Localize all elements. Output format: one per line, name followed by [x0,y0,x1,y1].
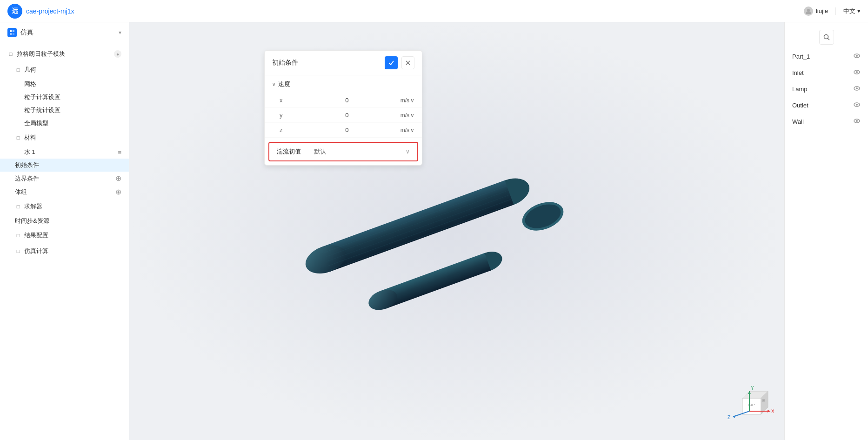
inlet-eye-icon[interactable] [853,68,861,77]
y-label: y [280,112,294,119]
y-unit[interactable]: m/s ∨ [401,112,414,119]
svg-point-44 [856,104,858,106]
z-value[interactable]: 0 [294,127,401,133]
outlet-label: Outlet [792,102,808,109]
app-header: 远 cae-project-mj1x liujie 中文 ▾ [0,0,868,22]
project-name[interactable]: cae-project-mj1x [26,7,74,15]
right-cap [518,197,568,236]
part1-label: Part_1 [792,53,810,60]
svg-marker-27 [768,410,770,413]
x-unit-chevron: ∨ [410,97,414,104]
axis-indicator: TOP 侧 X Y [724,370,775,421]
sidebar-item-solver[interactable]: □ 求解器 [0,199,129,214]
add-boundary-icon[interactable]: ⊕ [115,174,121,183]
y-unit-chevron: ∨ [410,112,414,119]
right-item-outlet[interactable]: Outlet [785,97,868,113]
user-info: liujie [804,7,828,16]
root-label: 拉格朗日粒子模块 [17,50,65,58]
sidebar-item-water1[interactable]: 水 1 ≡ [0,146,129,159]
svg-rect-3 [10,33,12,35]
right-item-inlet[interactable]: Inlet [785,65,868,81]
lamp-eye-icon[interactable] [853,85,861,93]
velocity-section-header[interactable]: ∨ 速度 [265,75,422,93]
panel-actions [385,56,414,69]
panel-close-button[interactable] [401,56,414,69]
sidebar-item-geometry[interactable]: □ 几何 [0,62,129,78]
panel-title: 初始条件 [272,59,298,67]
sidebar-header: 仿真 ▾ [0,22,129,43]
search-button[interactable] [819,30,834,45]
svg-point-46 [856,120,858,122]
x-unit[interactable]: m/s ∨ [401,97,414,104]
svg-point-35 [824,35,828,39]
initial-cond-label: 初始条件 [15,161,39,169]
header-divider [835,7,836,15]
panel-confirm-button[interactable] [385,56,398,69]
sidebar-item-global-model[interactable]: 全局模型 [0,117,129,130]
sidebar-collapse-icon[interactable]: ▾ [119,29,121,36]
field-row-z: z 0 m/s ∨ [265,123,422,138]
sidebar-item-initial-cond[interactable]: 初始条件 [0,159,129,172]
expand-solver-icon: □ [15,203,21,210]
y-value[interactable]: 0 [294,112,401,119]
sidebar-item-timestep[interactable]: 时间步&资源 [0,214,129,227]
result-config-label: 结果配置 [24,231,48,240]
part1-eye-icon[interactable] [853,52,861,61]
sidebar-item-boundary-cond[interactable]: 边界条件 ⊕ [0,172,129,185]
z-label: z [280,127,294,133]
svg-line-12 [325,190,508,257]
outlet-eye-icon[interactable] [853,101,861,110]
wall-eye-icon[interactable] [853,117,861,126]
right-item-part1[interactable]: Part_1 [785,48,868,65]
velocity-collapse-icon: ∨ [272,82,275,87]
header-right: liujie 中文 ▾ [804,7,861,16]
chevron-down-icon: ▾ [857,7,861,14]
sim-calc-label: 仿真计算 [24,247,48,255]
sidebar-item-body-group[interactable]: 体组 ⊕ [0,185,129,199]
language-selector[interactable]: 中文 ▾ [843,7,861,15]
expand-geometry-icon: □ [15,67,21,73]
solver-label: 求解器 [24,202,42,211]
boundary-cond-label: 边界条件 [15,174,39,183]
right-item-wall[interactable]: Wall [785,113,868,130]
language-label: 中文 [843,7,855,15]
small-tube-group [366,248,505,314]
water1-menu-icon[interactable]: ≡ [118,149,121,156]
simulation-icon [7,28,17,37]
svg-rect-2 [13,30,14,32]
3d-viewport: TOP 侧 X Y [129,22,784,440]
sidebar-item-particle-stat[interactable]: 粒子统计设置 [0,104,129,117]
add-body-group-icon[interactable]: ⊕ [115,187,121,196]
panel-header: 初始条件 [265,51,422,75]
turbulence-row[interactable]: 湍流初值 默认 ∨ [268,142,418,161]
panel-body: ∨ 速度 x 0 m/s ∨ y 0 [265,75,422,161]
svg-text:Y: Y [751,386,754,391]
sidebar-item-mesh[interactable]: 网格 [0,78,129,91]
sidebar-item-result-config[interactable]: □ 结果配置 [0,227,129,243]
svg-line-13 [327,195,510,262]
sidebar-title: 仿真 [20,28,33,37]
x-label: x [280,97,294,104]
svg-text:Z: Z [728,415,730,420]
sidebar-title-area: 仿真 [7,28,33,37]
x-value[interactable]: 0 [294,97,401,104]
svg-point-40 [856,71,858,73]
svg-point-42 [856,87,858,89]
sidebar-item-material[interactable]: □ 材料 [0,130,129,146]
right-panel-search [785,26,868,48]
turbulence-value: 默认 [314,147,406,156]
field-row-y: y 0 m/s ∨ [265,108,422,123]
particle-stat-label: 粒子统计设置 [24,106,60,114]
initial-conditions-panel: 初始条件 [264,50,422,166]
field-row-x: x 0 m/s ∨ [265,93,422,108]
z-unit[interactable]: m/s ∨ [401,127,414,133]
3d-model [278,142,603,328]
svg-text:侧: 侧 [762,399,765,402]
right-item-lamp[interactable]: Lamp [785,81,868,97]
sidebar-item-particle-calc[interactable]: 粒子计算设置 [0,91,129,104]
timestep-label: 时间步&资源 [15,217,49,225]
sidebar-item-sim-calc[interactable]: □ 仿真计算 [0,243,129,259]
root-node[interactable]: □ 拉格朗日粒子模块 ● [0,46,129,62]
mesh-label: 网格 [24,80,36,88]
svg-line-11 [323,186,507,253]
